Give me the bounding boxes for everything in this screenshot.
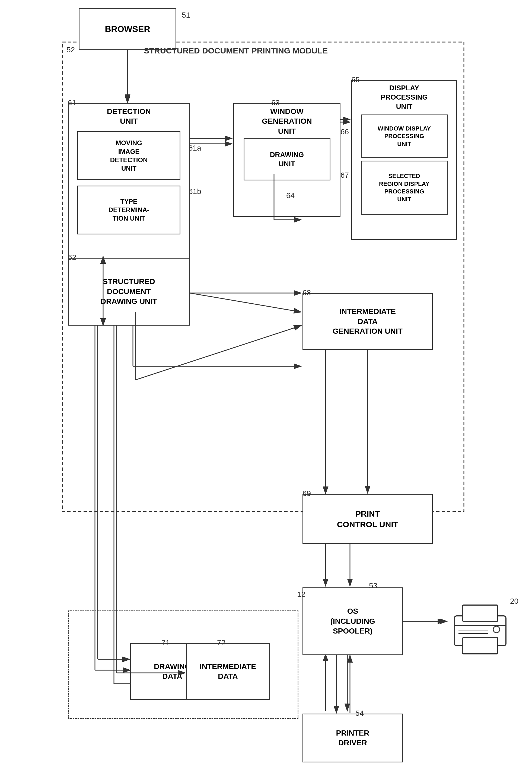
ref-67: 67 [340,171,349,180]
ref-63: 63 [271,98,280,107]
ref-53: 53 [369,581,377,590]
svg-rect-24 [463,605,498,621]
ref-61a: 61a [189,144,201,152]
ref-69: 69 [302,489,311,498]
svg-line-46 [136,326,301,380]
diagram-container: BROWSER 51 STRUCTURED DOCUMENT PRINTING … [0,0,532,773]
ref-66: 66 [340,128,349,136]
ref-52: 52 [66,46,75,54]
detection-unit-box: DETECTIONUNIT MOVINGIMAGEDETECTIONUNIT T… [68,103,190,269]
structured-doc-box: STRUCTUREDDOCUMENTDRAWING UNIT [68,258,190,326]
svg-line-39 [190,293,301,312]
print-control-box: PRINTCONTROL UNIT [302,494,433,544]
ref-20: 20 [510,597,518,606]
browser-box: BROWSER [79,8,176,50]
ref-62: 62 [68,253,76,262]
module-label: STRUCTURED DOCUMENT PRINTING MODULE [144,46,328,55]
intermediate-data-gen-box: INTERMEDIATEDATAGENERATION UNIT [302,293,433,350]
window-gen-box: WINDOWGENERATIONUNIT DRAWINGUNIT [233,103,340,217]
os-box: OS(INCLUDINGSPOOLER) [302,587,403,655]
ref-64: 64 [286,191,295,200]
svg-rect-25 [463,638,498,654]
ref-68: 68 [302,288,311,297]
display-processing-box: DISPLAYPROCESSINGUNIT WINDOW DISPLAYPROC… [351,80,457,240]
ref-12: 12 [297,590,305,599]
printer-driver-box: PRINTERDRIVER [302,714,403,762]
ref-65: 65 [351,75,360,84]
ref-51: 51 [182,11,190,20]
ref-54: 54 [355,709,364,718]
ref-61: 61 [68,98,76,107]
ref-61b: 61b [189,187,201,196]
printer-icon [449,597,511,659]
data-store-area [68,610,298,719]
